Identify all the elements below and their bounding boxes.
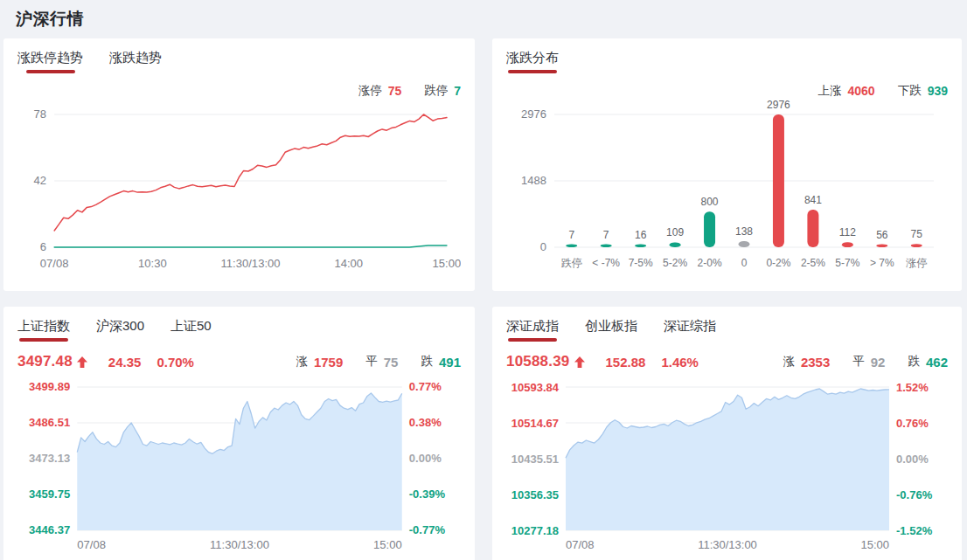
svg-text:0.77%: 0.77% — [409, 381, 442, 394]
svg-text:1.52%: 1.52% — [896, 381, 929, 394]
legend-advancers: 上涨 4060 — [817, 83, 874, 99]
svg-text:3499.89: 3499.89 — [29, 381, 70, 394]
svg-text:2976: 2976 — [521, 107, 546, 121]
svg-text:0: 0 — [540, 240, 546, 253]
distribution-legend: 上涨 4060 下跌 939 — [506, 80, 948, 100]
sse-down-count: 跌 491 — [421, 354, 461, 370]
svg-text:7-5%: 7-5% — [629, 257, 653, 269]
svg-text:1488: 1488 — [521, 174, 546, 187]
page-title: 沪深行情 — [0, 0, 967, 38]
panel-updown-distribution: 涨跌分布 上涨 4060 下跌 939 2976148807跌停7< -7%16… — [492, 38, 962, 291]
tab-sse-index[interactable]: 上证指数 — [17, 318, 70, 342]
svg-text:-0.77%: -0.77% — [409, 524, 446, 537]
svg-text:16: 16 — [635, 229, 647, 241]
tab-label: 涨跌趋势 — [109, 50, 162, 65]
svg-text:14:00: 14:00 — [334, 257, 363, 270]
tab-csi300[interactable]: 沪深300 — [96, 318, 144, 342]
tab-label: 涨跌分布 — [506, 50, 559, 65]
svg-text:0.00%: 0.00% — [896, 453, 929, 466]
svg-text:3459.75: 3459.75 — [29, 488, 70, 501]
panel-szse-index: 深证成指 创业板指 深证综指 10588.39 152.88 1.46% 涨 2… — [492, 307, 962, 560]
sse-index-chart: 3499.890.77%3486.510.38%3473.130.00%3459… — [17, 375, 461, 555]
svg-text:42: 42 — [34, 174, 47, 187]
svg-text:78: 78 — [34, 107, 47, 121]
szse-index-chart: 10593.841.52%10514.670.76%10435.510.00%1… — [506, 375, 948, 555]
szse-price: 10588.39 — [506, 353, 570, 370]
tab-updown-distribution[interactable]: 涨跌分布 — [506, 50, 559, 74]
svg-text:10:30: 10:30 — [138, 257, 167, 270]
limit-trend-legend: 涨停 75 跌停 7 — [17, 80, 461, 100]
svg-text:15:00: 15:00 — [433, 257, 461, 270]
szse-change: 152.88 — [606, 355, 646, 370]
sse-stats: 3497.48 24.35 0.70% 涨 1759 平 75 跌 491 — [17, 349, 461, 375]
active-tab-underline — [19, 338, 68, 342]
svg-text:11:30/13:00: 11:30/13:00 — [221, 257, 281, 270]
limit-trend-tabs: 涨跌停趋势 涨跌趋势 — [17, 50, 461, 79]
decliners-count: 939 — [928, 84, 948, 98]
svg-text:0-2%: 0-2% — [766, 257, 790, 269]
tab-chinext[interactable]: 创业板指 — [585, 318, 637, 342]
svg-text:< -7%: < -7% — [592, 257, 620, 269]
svg-text:涨停: 涨停 — [905, 257, 927, 269]
tab-label: 创业板指 — [585, 318, 637, 333]
svg-text:3446.37: 3446.37 — [29, 524, 70, 537]
panel-sse-index: 上证指数 沪深300 上证50 3497.48 24.35 0.70% 涨 17… — [3, 307, 475, 560]
tab-label: 涨跌停趋势 — [17, 50, 83, 65]
szse-stats: 10588.39 152.88 1.46% 涨 2353 平 92 跌 462 — [506, 349, 948, 375]
svg-text:6: 6 — [40, 240, 46, 253]
svg-text:112: 112 — [839, 226, 856, 239]
svg-text:11:30/13:00: 11:30/13:00 — [210, 538, 269, 551]
svg-text:5-2%: 5-2% — [663, 257, 687, 269]
svg-text:15:00: 15:00 — [860, 538, 889, 551]
svg-text:3486.51: 3486.51 — [29, 417, 70, 430]
tab-szse-component[interactable]: 深证成指 — [506, 318, 559, 342]
tab-label: 深证成指 — [506, 318, 559, 333]
up-arrow-icon — [574, 356, 585, 368]
svg-text:> 7%: > 7% — [870, 257, 894, 269]
tab-updown-trend[interactable]: 涨跌趋势 — [109, 50, 162, 74]
svg-text:7: 7 — [568, 229, 574, 241]
svg-text:0: 0 — [741, 257, 748, 269]
active-tab-underline — [508, 70, 557, 73]
tab-limit-updown-trend[interactable]: 涨跌停趋势 — [17, 50, 83, 74]
legend-decliners: 下跌 939 — [898, 83, 948, 99]
limit-up-count: 75 — [388, 84, 402, 98]
tab-label: 上证指数 — [17, 318, 70, 333]
svg-text:2-5%: 2-5% — [801, 257, 825, 269]
tab-label: 上证50 — [170, 318, 212, 333]
svg-text:07/08: 07/08 — [40, 257, 69, 270]
sse-change-pct: 0.70% — [157, 355, 194, 370]
svg-text:0.76%: 0.76% — [896, 417, 929, 430]
svg-text:10435.51: 10435.51 — [511, 453, 559, 466]
tab-szse-composite[interactable]: 深证综指 — [664, 318, 716, 342]
panel-limit-up-trend: 涨跌停趋势 涨跌趋势 涨停 75 跌停 7 7842607/0810:3011:… — [3, 38, 475, 291]
sse-price: 3497.48 — [17, 353, 73, 370]
szse-down-count: 跌 462 — [908, 354, 948, 370]
svg-text:138: 138 — [735, 225, 753, 238]
svg-text:-0.39%: -0.39% — [409, 488, 446, 501]
legend-limit-down: 跌停 7 — [424, 83, 461, 99]
sse-flat-count: 平 75 — [365, 354, 398, 370]
up-arrow-icon — [77, 356, 87, 368]
svg-text:10593.84: 10593.84 — [511, 381, 560, 394]
svg-text:7: 7 — [603, 229, 609, 241]
tab-sse50[interactable]: 上证50 — [170, 318, 212, 342]
svg-text:109: 109 — [666, 226, 684, 239]
svg-text:3473.13: 3473.13 — [29, 453, 70, 466]
svg-text:07/08: 07/08 — [566, 538, 595, 551]
svg-text:0.00%: 0.00% — [409, 453, 442, 466]
svg-text:15:00: 15:00 — [373, 538, 402, 551]
legend-limit-up: 涨停 75 — [358, 83, 402, 99]
tab-label: 深证综指 — [664, 318, 716, 333]
dashboard-grid: 涨跌停趋势 涨跌趋势 涨停 75 跌停 7 7842607/0810:3011:… — [3, 38, 962, 560]
advancers-count: 4060 — [847, 84, 874, 98]
szse-change-pct: 1.46% — [661, 355, 699, 370]
svg-text:75: 75 — [911, 228, 923, 240]
sse-tabs: 上证指数 沪深300 上证50 — [17, 318, 461, 347]
limit-down-count: 7 — [454, 84, 461, 98]
sse-up-count: 涨 1759 — [296, 354, 343, 370]
sse-change: 24.35 — [108, 355, 142, 370]
svg-text:11:30/13:00: 11:30/13:00 — [698, 538, 757, 551]
svg-text:0.38%: 0.38% — [409, 417, 442, 430]
svg-text:800: 800 — [701, 196, 719, 208]
